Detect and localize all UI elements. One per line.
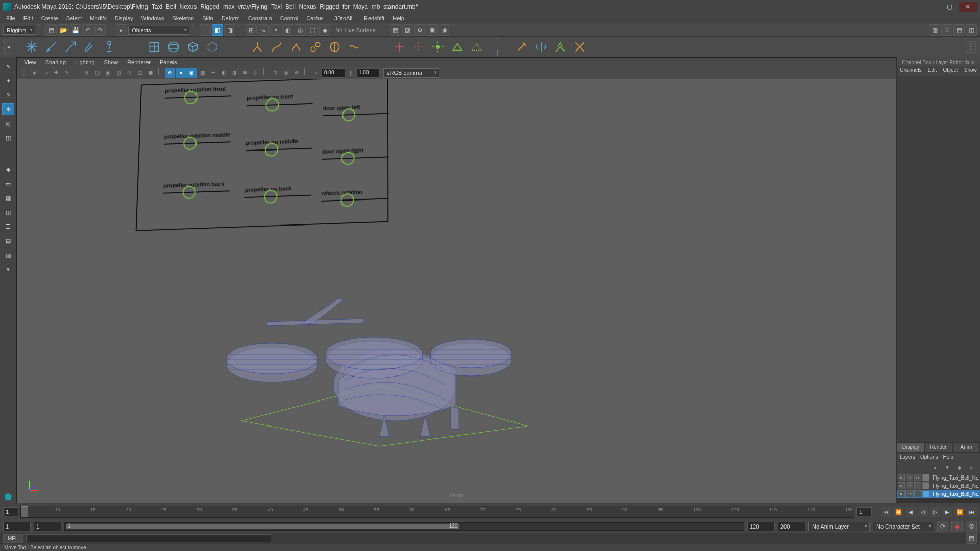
layer-tab-render[interactable]: Render: [924, 442, 952, 453]
layout-custom-icon[interactable]: ▥: [2, 249, 14, 261]
vp-xray-joints-icon[interactable]: ⊗: [291, 68, 302, 78]
set-key-icon[interactable]: ◆: [951, 521, 963, 532]
current-frame-field[interactable]: [3, 507, 18, 516]
render-frame-icon[interactable]: ▦: [390, 24, 401, 36]
vp-res-gate-icon[interactable]: ▣: [103, 68, 113, 78]
new-scene-icon[interactable]: ▤: [45, 24, 57, 36]
cb-tab-channels[interactable]: Channels: [900, 67, 921, 76]
rig-slider[interactable]: door open left: [323, 103, 389, 116]
menu-skin[interactable]: Skin: [198, 14, 217, 22]
paint-select-tool[interactable]: ✎: [2, 89, 14, 101]
rig-slider[interactable]: propeller on back: [244, 185, 311, 198]
sel-vertex-icon[interactable]: ▫: [200, 24, 211, 36]
go-end-button[interactable]: ⏭: [967, 507, 977, 517]
add-joint-icon[interactable]: [391, 39, 407, 55]
layer-tab-anim[interactable]: Anim: [952, 442, 980, 453]
vp-select-cam-icon[interactable]: ▯: [19, 68, 29, 78]
layer-move-down-icon[interactable]: ▼: [942, 462, 952, 472]
panel-layout2-icon[interactable]: ☰: [941, 24, 952, 36]
ipr-render-icon[interactable]: ▨: [402, 24, 413, 36]
vp-bookmark-icon[interactable]: ◈: [30, 68, 40, 78]
vp-lights-icon[interactable]: ☀: [208, 68, 218, 78]
layout-outliner-icon[interactable]: ☰: [2, 220, 14, 233]
rig-slider[interactable]: propeller on front: [247, 93, 313, 107]
render-view-icon[interactable]: ▣: [427, 24, 438, 36]
vp-gate-mask-icon[interactable]: ◫: [113, 68, 124, 78]
layer-menu-options[interactable]: Options: [920, 454, 938, 460]
scale-tool[interactable]: ◫: [2, 132, 14, 144]
mirror-weights-icon[interactable]: [469, 39, 485, 55]
current-frame-field-right[interactable]: [856, 507, 872, 516]
menu--dtoall-[interactable]: - 3DtoAll -: [327, 14, 360, 22]
layout-two-icon[interactable]: ◫: [2, 206, 14, 218]
go-start-button[interactable]: ⏮: [881, 507, 891, 517]
minimize-button[interactable]: —: [922, 2, 940, 12]
menu-cache[interactable]: Cache: [302, 14, 327, 22]
workspace-combo[interactable]: Rigging: [3, 26, 35, 35]
vp-textured-icon[interactable]: ▨: [197, 68, 207, 78]
undo-icon[interactable]: ↶: [82, 24, 93, 36]
wrap-deform-icon[interactable]: [204, 39, 220, 55]
cb-tab-show[interactable]: Show: [964, 67, 977, 76]
vp-safe-action-icon[interactable]: ◻: [135, 68, 145, 78]
sculpt-deform-icon[interactable]: [346, 39, 362, 55]
play-back-button[interactable]: ◁: [918, 507, 928, 517]
select-tool[interactable]: ↖: [2, 60, 14, 72]
menu-create[interactable]: Create: [37, 14, 62, 22]
layer-move-up-icon[interactable]: ▲: [930, 462, 940, 472]
sel-object-icon[interactable]: ◧: [212, 24, 223, 36]
layer-tab-display[interactable]: Display: [897, 442, 924, 453]
menu-file[interactable]: File: [2, 14, 19, 22]
play-fwd-button[interactable]: ▷: [930, 507, 940, 517]
vp-aa-icon[interactable]: ◇: [251, 68, 261, 78]
vp-menu-renderer[interactable]: Renderer: [123, 59, 155, 66]
panel-layout4-icon[interactable]: ◫: [966, 24, 977, 36]
rotate-tool[interactable]: ◎: [2, 117, 14, 130]
vp-field-chart-icon[interactable]: ⊡: [124, 68, 134, 78]
skin-weights-icon[interactable]: [449, 39, 465, 55]
anim-layer-combo[interactable]: No Anim Layer: [808, 522, 870, 531]
paint-weights-icon[interactable]: [513, 39, 530, 55]
character-set-combo[interactable]: No Character Set: [873, 522, 934, 531]
vp-image-plane-icon[interactable]: ▭: [40, 68, 51, 78]
range-track[interactable]: 1120: [64, 522, 744, 531]
layer-new-selected-icon[interactable]: ◇: [967, 462, 977, 472]
layer-row[interactable]: VPRFlying_Taxi_Bell_Nexus: [897, 473, 980, 482]
vp-shadows-icon[interactable]: ◐: [218, 68, 229, 78]
time-slider-cursor[interactable]: [21, 506, 28, 517]
cmd-input[interactable]: [26, 534, 271, 542]
step-fwd-button[interactable]: ▶: [942, 507, 952, 517]
maximize-button[interactable]: ▢: [940, 2, 959, 12]
skin-bind-icon[interactable]: [430, 39, 446, 55]
step-fwd-key-button[interactable]: ⏩: [954, 507, 965, 517]
selection-mode-combo[interactable]: Objects: [128, 26, 189, 35]
open-scene-icon[interactable]: 📂: [58, 24, 69, 36]
cmd-language-label[interactable]: MEL: [3, 534, 23, 543]
layer-menu-help[interactable]: Help: [943, 454, 953, 460]
rig-slider[interactable]: wheels rotation: [321, 188, 387, 202]
layer-menu-layers[interactable]: Layers: [900, 454, 915, 460]
range-start-field[interactable]: [34, 522, 61, 531]
cb-tab-edit[interactable]: Edit: [928, 67, 937, 76]
anim-end-field[interactable]: [778, 522, 805, 531]
vp-menu-panels[interactable]: Panels: [156, 59, 181, 66]
menu-display[interactable]: Display: [111, 14, 137, 22]
range-bar[interactable]: 1120: [66, 524, 459, 529]
blend-shape-icon[interactable]: [307, 39, 324, 55]
vp-menu-show[interactable]: Show: [100, 59, 122, 66]
vp-xray-icon[interactable]: ◎: [281, 68, 291, 78]
joint-tool-icon[interactable]: [101, 39, 117, 55]
menu-windows[interactable]: Windows: [137, 14, 168, 22]
menu-edit[interactable]: Edit: [19, 14, 37, 22]
sel-component-icon[interactable]: ◨: [224, 24, 235, 36]
vp-grid-icon[interactable]: ⊞: [81, 68, 91, 78]
layer-row[interactable]: VPFlying_Taxi_Bell_Nexus: [897, 490, 980, 498]
layout-single-icon[interactable]: ▭: [2, 178, 14, 190]
select-mode-icon[interactable]: ▸: [116, 24, 127, 36]
vp-menu-shading[interactable]: Shading: [41, 59, 70, 66]
redo-icon[interactable]: ↷: [94, 24, 106, 36]
vp-menu-lighting[interactable]: Lighting: [71, 59, 99, 66]
menu-constrain[interactable]: Constrain: [244, 14, 276, 22]
menu-modify[interactable]: Modify: [86, 14, 110, 22]
wire-deform-icon[interactable]: [327, 39, 343, 55]
